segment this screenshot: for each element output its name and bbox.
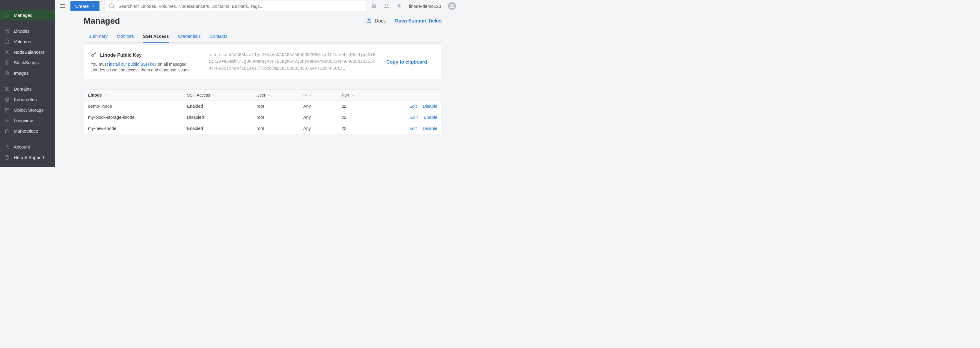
sidebar-item-label: Linodes bbox=[14, 29, 30, 34]
tabs: Summary Monitors SSH Access Credentials … bbox=[84, 31, 442, 43]
sidebar-item-label: StackScripts bbox=[14, 60, 39, 65]
copy-to-clipboard-button[interactable]: Copy to clipboard bbox=[386, 59, 435, 65]
cell-ssh: Enabled bbox=[183, 123, 252, 134]
tab-ssh-access[interactable]: SSH Access bbox=[143, 31, 169, 43]
key-icon bbox=[91, 51, 97, 59]
th-label: SSH Access bbox=[187, 93, 210, 97]
th-ssh-access[interactable]: SSH Access bbox=[183, 90, 252, 101]
sidebar-item-volumes[interactable]: Volumes bbox=[0, 36, 55, 47]
edit-link[interactable]: Edit bbox=[410, 115, 418, 120]
sidebar-item-linodes[interactable]: Linodes bbox=[0, 26, 55, 36]
svg-point-16 bbox=[387, 4, 388, 6]
cell-linode: my-new-linode bbox=[84, 123, 183, 134]
cell-user: root bbox=[252, 101, 299, 112]
th-ip[interactable]: IP bbox=[299, 90, 337, 101]
tab-contacts[interactable]: Contacts bbox=[210, 31, 228, 42]
sort-icon bbox=[212, 93, 215, 97]
sidebar-item-longview[interactable]: Longview bbox=[0, 115, 55, 126]
sidebar-item-nodebalancers[interactable]: NodeBalancers bbox=[0, 47, 55, 57]
sidebar-item-kubernetes[interactable]: Kubernetes bbox=[0, 94, 55, 105]
svg-point-2 bbox=[5, 50, 6, 51]
sidebar-item-stackscripts[interactable]: StackScripts bbox=[0, 57, 55, 68]
th-label: IP bbox=[303, 93, 307, 97]
cell-user: root bbox=[252, 123, 299, 134]
public-key-panel: Linode Public Key You must install our p… bbox=[84, 45, 442, 79]
svg-point-7 bbox=[6, 72, 8, 74]
tab-summary[interactable]: Summary bbox=[88, 31, 108, 42]
toggle-link[interactable]: Disable bbox=[423, 126, 437, 131]
panel-description: You must install our public SSH key on a… bbox=[91, 62, 199, 73]
search-icon bbox=[108, 2, 115, 10]
search-box[interactable] bbox=[104, 1, 366, 11]
chevron-down-icon[interactable] bbox=[463, 3, 466, 9]
sidebar-item-label: Marketplace bbox=[14, 128, 38, 134]
toggle-link[interactable]: Enable bbox=[424, 115, 437, 120]
svg-point-6 bbox=[5, 72, 9, 75]
sidebar-item-marketplace[interactable]: Marketplace bbox=[0, 126, 55, 136]
svg-point-19 bbox=[92, 54, 94, 56]
menu-icon[interactable] bbox=[59, 3, 66, 9]
install-key-link[interactable]: install our public SSH key bbox=[109, 62, 157, 67]
svg-point-15 bbox=[385, 4, 387, 6]
sidebar-item-label: Volumes bbox=[14, 39, 31, 44]
help-icon[interactable] bbox=[371, 3, 377, 9]
sidebar-item-label: Help & Support bbox=[14, 155, 45, 160]
sidebar: Managed Linodes Volumes NodeBalancers St… bbox=[0, 0, 55, 167]
bucket-icon bbox=[4, 107, 10, 113]
svg-point-4 bbox=[5, 53, 6, 54]
edit-link[interactable]: Edit bbox=[409, 104, 417, 109]
docs-link[interactable]: Docs bbox=[366, 17, 385, 25]
cell-ssh: Disabled bbox=[183, 112, 252, 123]
sidebar-item-label: Images bbox=[14, 70, 29, 76]
sidebar-item-label: Account bbox=[14, 144, 30, 149]
table-row: my-block-storage-linode Disabled root An… bbox=[84, 112, 441, 123]
cell-ip: Any bbox=[299, 123, 337, 134]
sidebar-item-object-storage[interactable]: Object Storage bbox=[0, 105, 55, 115]
globe-icon bbox=[4, 86, 10, 92]
search-input[interactable] bbox=[118, 3, 362, 9]
th-user[interactable]: User bbox=[252, 90, 299, 101]
th-linode[interactable]: Linode bbox=[84, 90, 183, 101]
sidebar-item-managed[interactable]: Managed bbox=[0, 10, 55, 21]
cell-ssh: Enabled bbox=[183, 101, 252, 112]
sidebar-item-account[interactable]: Account bbox=[0, 142, 55, 152]
table-header: Linode SSH Access User IP bbox=[84, 90, 441, 101]
edit-link[interactable]: Edit bbox=[409, 126, 417, 131]
th-label: Linode bbox=[88, 93, 102, 97]
avatar[interactable] bbox=[448, 2, 456, 10]
toggle-link[interactable]: Disable bbox=[423, 104, 437, 109]
create-button-label: Create bbox=[75, 3, 89, 9]
svg-point-0 bbox=[5, 40, 9, 41]
open-ticket-link[interactable]: Open Support Ticket bbox=[395, 18, 442, 24]
bag-icon bbox=[4, 128, 10, 134]
sidebar-item-help[interactable]: Help & Support bbox=[0, 152, 55, 163]
table-row: my-new-linode Enabled root Any 22 Edit D… bbox=[84, 123, 441, 134]
sidebar-item-images[interactable]: Images bbox=[0, 68, 55, 78]
cell-linode: demo-linode bbox=[84, 101, 183, 112]
sidebar-item-domains[interactable]: Domains bbox=[0, 84, 55, 94]
th-port[interactable]: Port bbox=[337, 90, 388, 101]
tab-monitors[interactable]: Monitors bbox=[116, 31, 134, 42]
cell-port: 22 bbox=[337, 123, 388, 134]
svg-point-13 bbox=[110, 3, 114, 8]
sidebar-item-label: Object Storage bbox=[14, 107, 44, 112]
username-label: linode-demo123 bbox=[409, 3, 441, 9]
pulse-icon bbox=[4, 118, 10, 123]
create-button[interactable]: Create bbox=[70, 1, 100, 11]
community-icon[interactable] bbox=[383, 3, 390, 9]
cube-icon bbox=[4, 29, 10, 34]
disk-icon bbox=[4, 39, 10, 45]
th-label: User bbox=[256, 93, 266, 97]
sidebar-item-label: Domains bbox=[14, 86, 32, 91]
tab-credentials[interactable]: Credentials bbox=[178, 31, 201, 42]
ssh-access-table: Linode SSH Access User IP bbox=[84, 89, 442, 134]
topbar: Create linode-demo123 bbox=[55, 0, 471, 12]
th-label: Port bbox=[342, 93, 350, 97]
svg-point-10 bbox=[6, 99, 8, 100]
docs-label: Docs bbox=[375, 18, 385, 24]
help-icon bbox=[4, 155, 10, 160]
bell-icon[interactable] bbox=[396, 3, 402, 9]
sort-icon bbox=[309, 93, 313, 97]
svg-point-5 bbox=[8, 53, 9, 54]
cell-linode: my-block-storage-linode bbox=[84, 112, 183, 123]
